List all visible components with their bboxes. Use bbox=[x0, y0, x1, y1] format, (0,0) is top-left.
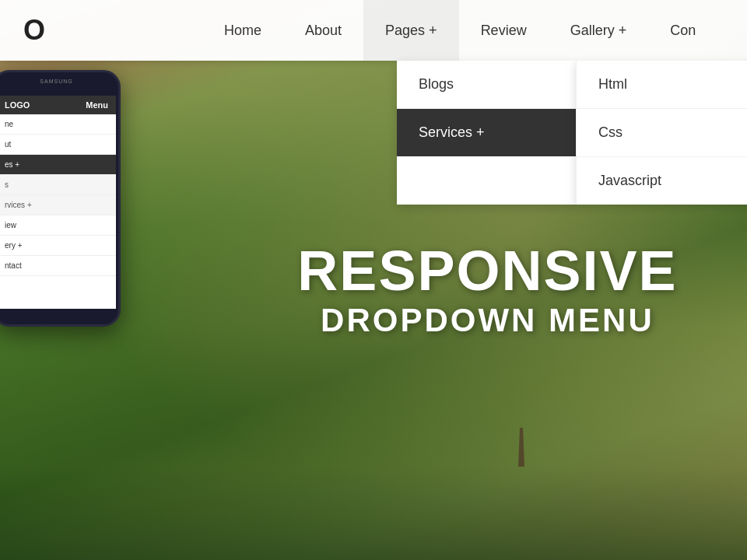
hero-subtitle: DROPDOWN MENU bbox=[297, 302, 677, 339]
nav-item-contact[interactable]: Con bbox=[648, 0, 717, 61]
samsung-label: SAMSUNG bbox=[40, 79, 72, 84]
nav-links: Home About Pages + Review Gallery + Con bbox=[202, 0, 747, 61]
mobile-menu-label: Menu bbox=[86, 100, 108, 110]
dropdown-col-1: Blogs Services + bbox=[397, 61, 576, 205]
logo-area: O bbox=[0, 14, 202, 47]
nav-item-gallery[interactable]: Gallery + bbox=[549, 0, 649, 61]
dropdown-item-javascript[interactable]: Javascript bbox=[577, 157, 747, 205]
nav-item-review[interactable]: Review bbox=[459, 0, 549, 61]
dropdown-item-services[interactable]: Services + bbox=[397, 109, 576, 156]
mobile-logo: LOGO bbox=[5, 100, 30, 110]
hero-section: RESPONSIVE DROPDOWN MENU bbox=[297, 240, 677, 339]
nav-item-home[interactable]: Home bbox=[202, 0, 283, 61]
mobile-menu-item-blogs[interactable]: s bbox=[0, 175, 116, 195]
mobile-menu-item-gallery[interactable]: ery + bbox=[0, 236, 116, 256]
navbar: O Home About Pages + Review Gallery + Co… bbox=[0, 0, 747, 61]
nav-item-pages[interactable]: Pages + bbox=[363, 0, 459, 61]
mobile-menu-item-contact[interactable]: ntact bbox=[0, 256, 116, 276]
dropdown-menu: Blogs Services + Html Css Javascript bbox=[397, 61, 747, 205]
mobile-menu-item-about[interactable]: ut bbox=[0, 135, 116, 155]
dropdown-col-2: Html Css Javascript bbox=[576, 61, 747, 205]
logo-text: O bbox=[23, 14, 44, 47]
phone-body: SAMSUNG LOGO Menu ne ut es + s rvices + … bbox=[0, 70, 121, 327]
mobile-menu-item-pages[interactable]: es + bbox=[0, 155, 116, 175]
dropdown-item-css[interactable]: Css bbox=[577, 109, 747, 157]
nav-item-about[interactable]: About bbox=[283, 0, 363, 61]
mobile-menu-item-services[interactable]: rvices + bbox=[0, 195, 116, 215]
dropdown-item-html[interactable]: Html bbox=[577, 61, 747, 109]
hero-title: RESPONSIVE bbox=[297, 240, 677, 302]
mobile-menu-item-review[interactable]: iew bbox=[0, 215, 116, 236]
phone-screen: LOGO Menu ne ut es + s rvices + iew ery … bbox=[0, 96, 116, 309]
dropdown-item-blogs[interactable]: Blogs bbox=[397, 61, 576, 109]
mobile-menu-item-home[interactable]: ne bbox=[0, 114, 116, 135]
mobile-menu-header: LOGO Menu bbox=[0, 96, 116, 114]
phone-mockup: SAMSUNG LOGO Menu ne ut es + s rvices + … bbox=[0, 62, 148, 513]
